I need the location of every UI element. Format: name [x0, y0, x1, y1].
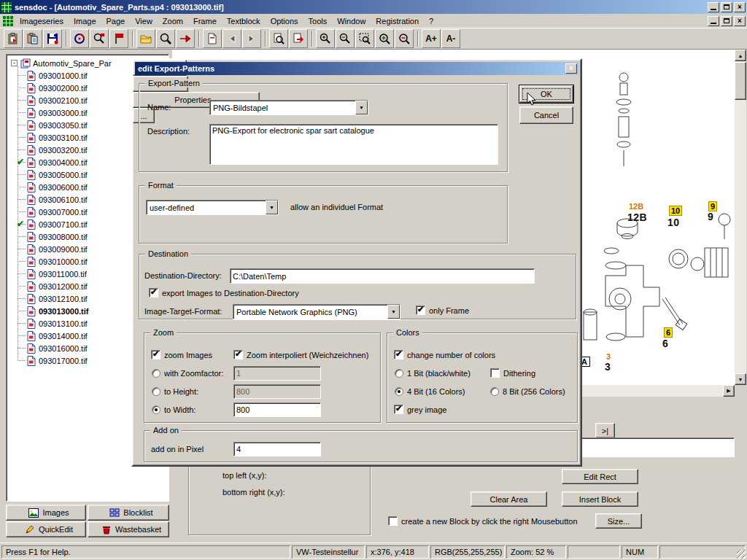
grey-image-checkbox[interactable] [394, 405, 403, 414]
dithering-checkbox[interactable] [490, 368, 500, 378]
pattern-name-combobox[interactable]: PNG-Bildstapel ▼ [209, 100, 368, 115]
nav-last-button[interactable]: >| [595, 423, 615, 438]
zoom-images-checkbox[interactable] [151, 350, 160, 359]
scroll-thumb[interactable] [735, 62, 746, 100]
dropdown-button[interactable]: ▼ [387, 305, 400, 319]
menu-frame[interactable]: Frame [188, 15, 222, 27]
edit-rect-button[interactable]: Edit Rect [562, 469, 638, 484]
bit8-radio[interactable] [490, 387, 499, 396]
application-window: sensdoc - [Automotiv_Spare_Parts.sp4 : 0… [0, 0, 747, 560]
tree-item-label: 093014000.tif [39, 332, 88, 341]
open-button[interactable] [136, 29, 155, 48]
menu-zoom[interactable]: Zoom [158, 15, 188, 27]
addon-legend: Add on [150, 426, 182, 435]
status-empty-2 [659, 545, 746, 559]
dropdown-button[interactable]: ▼ [266, 201, 278, 214]
arrow-right-icon [245, 32, 258, 45]
menu-?[interactable]: ? [424, 15, 438, 27]
font-decrease-button[interactable]: A- [441, 29, 460, 48]
toolbar: A+ A- [0, 28, 747, 50]
chevron-down-icon: ▼ [269, 205, 274, 210]
menu-textblock[interactable]: Textblock [222, 15, 266, 27]
to-width-radio[interactable] [152, 405, 160, 414]
zoom-interpolate-checkbox[interactable] [233, 350, 243, 359]
bit4-radio[interactable] [395, 387, 403, 396]
zoom-legend: Zoom [150, 328, 177, 337]
zoom-minus-button[interactable] [395, 29, 414, 48]
find-image-button[interactable] [90, 29, 109, 48]
zoom-plus-button[interactable] [375, 29, 394, 48]
menu-image[interactable]: Image [69, 15, 101, 27]
dropdown-button[interactable]: ▼ [355, 101, 368, 114]
toolbar-separator [198, 31, 200, 47]
next-page-button[interactable] [242, 29, 261, 48]
copy-image-button[interactable] [23, 29, 42, 48]
destination-dir-input[interactable] [230, 268, 535, 284]
goto-button[interactable] [176, 29, 195, 48]
menu-options[interactable]: Options [266, 15, 303, 27]
addon-label: add on in Pixel [151, 445, 204, 454]
insert-block-button[interactable]: Insert Block [562, 491, 638, 507]
scroll-down-button[interactable]: ▼ [735, 373, 746, 385]
menu-tools[interactable]: Tools [303, 15, 333, 27]
image-target-format-combobox[interactable]: Portable Network Graphics (PNG) ▼ [233, 304, 400, 319]
width-input[interactable] [233, 402, 321, 417]
save-button[interactable] [43, 29, 62, 48]
with-zoomfactor-radio[interactable] [152, 369, 160, 378]
only-frame-checkbox[interactable] [416, 306, 425, 315]
zoom-rect-button[interactable] [355, 29, 374, 48]
bit1-radio[interactable] [395, 369, 403, 378]
tab-quickedit[interactable]: QuickEdit [6, 521, 86, 537]
tif-file-icon [27, 331, 36, 341]
menu-registration[interactable]: Registration [371, 15, 424, 27]
restore-button[interactable] [721, 2, 732, 12]
size-button[interactable]: Size... [595, 513, 642, 529]
imageseries-button[interactable] [70, 29, 89, 48]
format-combobox[interactable]: user-defined ▼ [146, 200, 279, 215]
goto-page-button[interactable] [289, 29, 308, 48]
mdi-minimize-button[interactable] [708, 16, 719, 26]
collapse-icon[interactable]: - [11, 60, 18, 66]
red-arrow-icon [179, 32, 192, 45]
addon-input[interactable] [233, 442, 321, 456]
menu-window[interactable]: Window [332, 15, 371, 27]
change-colors-checkbox[interactable] [394, 350, 403, 359]
vertical-scrollbar[interactable]: ▲ ▼ [735, 50, 746, 385]
cancel-button[interactable]: Cancel [519, 106, 573, 124]
format-hint: allow an individuel Format [290, 203, 383, 211]
pattern-name-value: PNG-Bildstapel [213, 104, 355, 112]
resize-grip[interactable] [737, 550, 746, 559]
find-page-button[interactable] [269, 29, 288, 48]
new-block-checkbox[interactable] [388, 516, 398, 526]
to-height-radio[interactable] [152, 387, 160, 396]
mdi-restore-button[interactable] [721, 16, 732, 26]
close-button[interactable]: × [734, 2, 746, 12]
clear-area-button[interactable]: Clear Area [471, 491, 547, 507]
marker-flag-button[interactable] [109, 29, 128, 48]
font-increase-button[interactable]: A+ [422, 29, 441, 48]
tab-images[interactable]: Images [6, 505, 86, 521]
export-to-directory-checkbox[interactable] [149, 288, 158, 298]
tree-item-label: 093002000.tif [39, 84, 88, 93]
scrollbar-corner [735, 385, 746, 397]
tab-wastebasket[interactable]: Wastebasket [88, 521, 169, 537]
scroll-up-button[interactable]: ▲ [735, 50, 746, 61]
zoom-out-button[interactable] [336, 29, 355, 48]
menu-view[interactable]: View [130, 15, 158, 27]
page-thumb-button[interactable] [203, 29, 222, 48]
zoom-in-button[interactable] [316, 29, 335, 48]
minimize-button[interactable] [708, 2, 719, 12]
tree-item-label: 093006000.tif [39, 183, 88, 192]
paste-image-button[interactable] [4, 29, 23, 48]
prev-page-button[interactable] [222, 29, 241, 48]
menu-imageseries[interactable]: Imageseries [15, 15, 69, 27]
dialog-close-button[interactable]: × [565, 63, 577, 74]
series-file-icon [20, 58, 31, 69]
scroll-right-button[interactable]: ▶ [723, 385, 735, 397]
menu-page[interactable]: Page [101, 15, 131, 27]
status-zoom: Zoom: 52 % [506, 545, 566, 559]
mdi-close-button[interactable]: × [734, 16, 746, 26]
description-textarea[interactable]: PNG-Export for electronic spar sart cata… [209, 124, 498, 165]
tab-blocklist[interactable]: Blocklist [88, 505, 169, 521]
zoom-tool-button[interactable] [156, 29, 175, 48]
